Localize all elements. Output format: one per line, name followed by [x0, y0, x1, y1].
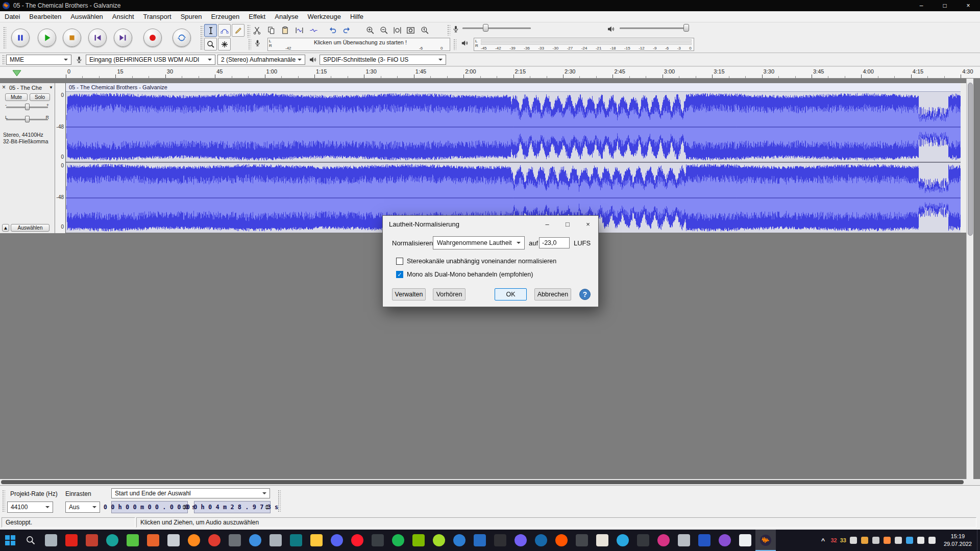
timeline-ruler[interactable]: 01530451:001:151:301:452:002:152:302:453… — [0, 66, 980, 79]
pan-slider-thumb[interactable] — [25, 116, 30, 122]
taskbar-app-10[interactable] — [184, 530, 204, 551]
menu-bearbeiten[interactable]: Bearbeiten — [24, 11, 66, 22]
taskbar-app-23[interactable] — [449, 530, 470, 551]
recording-meter[interactable]: L R Klicken um Überwachung zu starten ! … — [267, 38, 450, 51]
cut-button[interactable] — [251, 24, 263, 36]
track-title-dropdown-icon[interactable]: ▼ — [49, 85, 53, 90]
taskbar-app-19[interactable] — [368, 530, 388, 551]
edit-toolbar-grip[interactable] — [247, 24, 250, 38]
taskbar-app-28[interactable] — [551, 530, 572, 551]
taskbar-search[interactable] — [20, 530, 41, 551]
taskbar-app-24[interactable] — [470, 530, 490, 551]
target-level-input[interactable] — [539, 237, 570, 248]
vertical-scrollbar-thumb[interactable] — [968, 83, 973, 236]
dual-mono-label[interactable]: Mono als Dual-Mono behandeln (empfohlen) — [407, 271, 533, 278]
track-close-button[interactable]: × — [2, 84, 6, 91]
window-close-button[interactable]: × — [957, 0, 980, 11]
help-button[interactable]: ? — [579, 289, 591, 300]
playback-meter[interactable]: L R -45-42-39-36-33-30-27-24-21-18-15-12… — [474, 38, 694, 51]
selection-end-field[interactable]: 0 0 h 0 4 m 2 8 . 9 7 3 s — [194, 501, 271, 513]
window-minimize-button[interactable]: – — [910, 0, 933, 11]
manage-button[interactable]: Verwalten — [392, 288, 426, 300]
mute-button[interactable]: Mute — [5, 93, 28, 101]
tray-shield-icon[interactable] — [872, 537, 879, 544]
multi-tool-button[interactable] — [218, 38, 231, 51]
taskbar-app-35[interactable] — [694, 530, 715, 551]
track-collapse-button[interactable]: ▲ — [2, 224, 9, 232]
skip-to-end-button[interactable] — [114, 29, 132, 47]
menu-hilfe[interactable]: Hilfe — [346, 11, 368, 22]
undo-button[interactable] — [326, 24, 338, 36]
taskbar-app-25[interactable] — [490, 530, 510, 551]
paste-button[interactable] — [279, 24, 291, 36]
taskbar-app-17[interactable] — [327, 530, 347, 551]
menu-transport[interactable]: Transport — [139, 11, 176, 22]
zoom-in-button[interactable] — [364, 24, 376, 36]
ok-button[interactable]: OK — [495, 288, 527, 300]
time-toolbar-grip[interactable] — [278, 490, 281, 512]
tools-toolbar-grip[interactable] — [200, 26, 203, 50]
audio-host-select[interactable]: MME — [6, 55, 71, 65]
zoom-out-button[interactable] — [378, 24, 390, 36]
taskbar-app-30[interactable] — [592, 530, 612, 551]
gain-slider[interactable]: - + — [6, 104, 48, 111]
tray-temp-2[interactable]: 33 — [840, 537, 846, 543]
normalize-independently-label[interactable]: Stereokanäle unabhängig voneinander norm… — [407, 258, 556, 265]
cancel-button[interactable]: Abbrechen — [534, 288, 571, 300]
taskbar-app-27[interactable] — [531, 530, 551, 551]
skip-to-start-button[interactable] — [88, 29, 107, 47]
taskbar-app-29[interactable] — [572, 530, 592, 551]
recording-volume-slider[interactable] — [462, 23, 531, 33]
tray-expand-icon[interactable]: ^ — [821, 537, 825, 544]
dual-mono-checkbox[interactable]: ✓ — [396, 271, 403, 278]
copy-button[interactable] — [265, 24, 277, 36]
normalize-method-select[interactable]: Wahrgenommene Lautheit — [433, 236, 525, 249]
device-toolbar-grip[interactable] — [2, 55, 5, 65]
stop-button[interactable] — [63, 29, 81, 47]
taskbar-app-21[interactable] — [408, 530, 429, 551]
zoom-tool-button[interactable] — [204, 38, 217, 51]
taskbar-app-32[interactable] — [633, 530, 653, 551]
taskbar-app-37[interactable] — [735, 530, 755, 551]
taskbar-clock[interactable]: 15:19 29.07.2022 — [944, 533, 972, 548]
snap-to-select[interactable]: Aus — [65, 502, 100, 513]
taskbar-app-6[interactable] — [102, 530, 122, 551]
clip-title-bar[interactable]: 05 - The Chemical Brothers - Galvanize — [66, 83, 961, 92]
audio-clip[interactable]: 05 - The Chemical Brothers - Galvanize — [66, 83, 961, 233]
silence-audio-button[interactable] — [307, 24, 320, 36]
gain-slider-thumb[interactable] — [25, 104, 30, 110]
tray-volume-icon[interactable] — [928, 537, 936, 544]
fit-selection-button[interactable] — [391, 24, 403, 36]
taskbar-app-20[interactable] — [388, 530, 408, 551]
taskbar-app-5[interactable] — [82, 530, 102, 551]
selection-start-field[interactable]: 0 0 h 0 0 m 0 0 . 0 0 0 s — [111, 501, 188, 513]
taskbar-app-33[interactable] — [653, 530, 674, 551]
playback-volume-thumb[interactable] — [683, 24, 689, 32]
taskbar-app-acrobat[interactable] — [61, 530, 82, 551]
play-button[interactable] — [38, 29, 56, 47]
pinned-play-head-icon[interactable] — [12, 70, 21, 77]
envelope-tool-button[interactable] — [218, 24, 231, 37]
taskbar-app-9[interactable] — [163, 530, 184, 551]
taskbar-app-15[interactable] — [286, 530, 306, 551]
project-rate-select[interactable]: 44100 — [7, 502, 53, 513]
selection-end-spinner[interactable] — [265, 504, 269, 512]
tray-update-icon[interactable] — [861, 537, 868, 544]
selection-toolbar-grip[interactable] — [2, 490, 5, 512]
pan-slider[interactable]: L R — [6, 116, 48, 123]
taskbar-app-13[interactable] — [245, 530, 265, 551]
taskbar-app-18[interactable] — [347, 530, 368, 551]
window-maximize-button[interactable]: □ — [933, 0, 957, 11]
loop-button[interactable] — [173, 29, 191, 47]
recording-meter-grip[interactable] — [248, 39, 251, 50]
taskbar-app-36[interactable] — [715, 530, 735, 551]
recording-device-select[interactable]: Eingang (BEHRINGER USB WDM AUDI — [86, 55, 215, 65]
recording-channels-select[interactable]: 2 (Stereo) Aufnahmekanäle — [217, 55, 305, 65]
taskbar-task-view[interactable] — [41, 530, 61, 551]
preview-button[interactable]: Vorhören — [433, 288, 465, 300]
vertical-scrollbar[interactable] — [966, 79, 973, 479]
tray-network-icon[interactable] — [917, 537, 924, 544]
dialog-title-bar[interactable]: Lautheit-Normalisierung – □ × — [383, 216, 598, 232]
dialog-close-button[interactable]: × — [578, 216, 598, 232]
dialog-minimize-button[interactable]: – — [537, 216, 557, 232]
